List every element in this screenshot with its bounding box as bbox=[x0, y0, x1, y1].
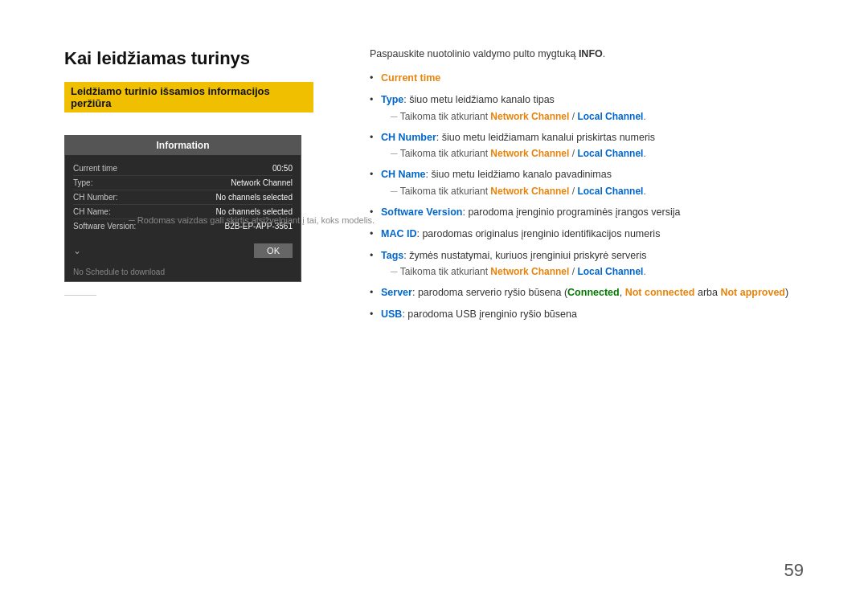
link-not-approved[interactable]: Not approved bbox=[720, 287, 785, 298]
list-item-mac-id: MAC ID: parodomas originalus įrenginio i… bbox=[370, 227, 820, 242]
sub-type: Taikoma tik atkuriant Network Channel / … bbox=[381, 109, 820, 124]
info-row-type: Type: Network Channel bbox=[73, 176, 293, 190]
info-box-header: Information bbox=[65, 136, 301, 155]
remote-instruction: Paspauskite nuotolinio valdymo pulto myg… bbox=[370, 48, 820, 59]
link-local-channel-tags[interactable]: Local Channel bbox=[577, 266, 643, 277]
item-rest-type: : šiuo metu leidžiamo kanalo tipas bbox=[403, 94, 555, 105]
link-local-channel-chnum[interactable]: Local Channel bbox=[577, 148, 643, 159]
sub-ch-name: Taikoma tik atkuriant Network Channel / … bbox=[381, 184, 820, 198]
left-column: Kai leidžiamas turinys Leidžiamo turinio… bbox=[64, 48, 313, 305]
label-software: Software Version: bbox=[73, 222, 137, 231]
list-item-usb: USB: parodoma USB įrenginio ryšio būsena bbox=[370, 307, 820, 322]
link-network-channel-tags[interactable]: Network Channel bbox=[490, 266, 569, 277]
item-rest-ch-name: : šiuo metu leidžiamo kanalo pavadinimas bbox=[426, 169, 612, 180]
info-box-footer: ⌄ OK bbox=[65, 239, 301, 264]
main-title: Kai leidžiamas turinys bbox=[64, 48, 313, 69]
item-rest-mac-id: : parodomas originalus įrenginio identif… bbox=[416, 228, 660, 239]
item-key-software: Software Version bbox=[381, 206, 462, 218]
item-key-type: Type bbox=[381, 94, 403, 105]
item-rest-ch-number: : šiuo metu leidžiamam kanalui priskirta… bbox=[436, 132, 655, 143]
page-number: 59 bbox=[784, 560, 804, 581]
list-item-server: Server: parodoma serverio ryšio būsena (… bbox=[370, 285, 820, 300]
item-key-tags: Tags bbox=[381, 250, 403, 261]
item-key-server: Server bbox=[381, 287, 412, 298]
ok-button[interactable]: OK bbox=[254, 243, 293, 258]
label-type: Type: bbox=[73, 178, 137, 187]
list-item-ch-name: CH Name: šiuo metu leidžiamo kanalo pava… bbox=[370, 167, 820, 198]
label-ch-name: CH Name: bbox=[73, 207, 137, 216]
bottom-note: Rodomas vaizdas gali skirtis atsižvelgia… bbox=[129, 215, 378, 225]
list-item-tags: Tags: žymės nustatymai, kuriuos įrengini… bbox=[370, 248, 820, 280]
item-key-ch-number: CH Number bbox=[381, 132, 436, 143]
info-row-ch-number: CH Number: No channels selected bbox=[73, 190, 293, 205]
value-type: Network Channel bbox=[231, 178, 293, 187]
link-local-channel-type[interactable]: Local Channel bbox=[577, 111, 643, 122]
sub-tags: Taikoma tik atkuriant Network Channel / … bbox=[381, 264, 820, 279]
info-box: Information Current time 00:50 Type: Net… bbox=[64, 135, 301, 282]
item-key-ch-name: CH Name bbox=[381, 169, 426, 180]
item-key-mac-id: MAC ID bbox=[381, 228, 416, 239]
item-rest-tags: : žymės nustatymai, kuriuos įrenginiui p… bbox=[403, 250, 646, 261]
info-box-body: Current time 00:50 Type: Network Channel… bbox=[65, 155, 301, 239]
item-key-current-time: Current time bbox=[381, 72, 440, 84]
link-not-connected[interactable]: Not connected bbox=[625, 287, 695, 298]
list-item-current-time: Current time bbox=[370, 71, 820, 86]
list-item-ch-number: CH Number: šiuo metu leidžiamam kanalui … bbox=[370, 130, 820, 161]
divider bbox=[64, 295, 96, 296]
bullet-list: Current time Type: šiuo metu leidžiamo k… bbox=[370, 71, 820, 322]
link-local-channel-chname[interactable]: Local Channel bbox=[577, 186, 643, 197]
label-ch-number: CH Number: bbox=[73, 193, 137, 202]
link-network-channel-type[interactable]: Network Channel bbox=[490, 111, 569, 122]
sub-ch-number: Taikoma tik atkuriant Network Channel / … bbox=[381, 146, 820, 161]
list-item-software: Software Version: parodoma įrenginio pro… bbox=[370, 205, 820, 220]
list-item-type: Type: šiuo metu leidžiamo kanalo tipas T… bbox=[370, 92, 820, 124]
item-rest-server: : parodoma serverio ryšio būsena (Connec… bbox=[412, 287, 788, 298]
section-highlight: Leidžiamo turinio išsamios informacijos … bbox=[64, 82, 313, 112]
item-key-usb: USB bbox=[381, 309, 402, 320]
remote-key: INFO bbox=[579, 48, 603, 59]
item-rest-software: : parodoma įrenginio programinės įrangos… bbox=[462, 206, 680, 218]
value-current-time: 00:50 bbox=[272, 164, 293, 173]
label-current-time: Current time bbox=[73, 164, 137, 173]
right-column: Paspauskite nuotolinio valdymo pulto myg… bbox=[370, 48, 820, 329]
info-row-current-time: Current time 00:50 bbox=[73, 161, 293, 176]
item-rest-usb: : parodoma USB įrenginio ryšio būsena bbox=[402, 309, 576, 320]
value-ch-number: No channels selected bbox=[215, 193, 293, 202]
link-connected[interactable]: Connected bbox=[567, 287, 620, 298]
link-network-channel-chnum[interactable]: Network Channel bbox=[490, 148, 569, 159]
no-schedule-text: No Schedule to download bbox=[65, 264, 301, 281]
link-network-channel-chname[interactable]: Network Channel bbox=[490, 186, 569, 197]
chevron-down-icon: ⌄ bbox=[73, 245, 81, 256]
